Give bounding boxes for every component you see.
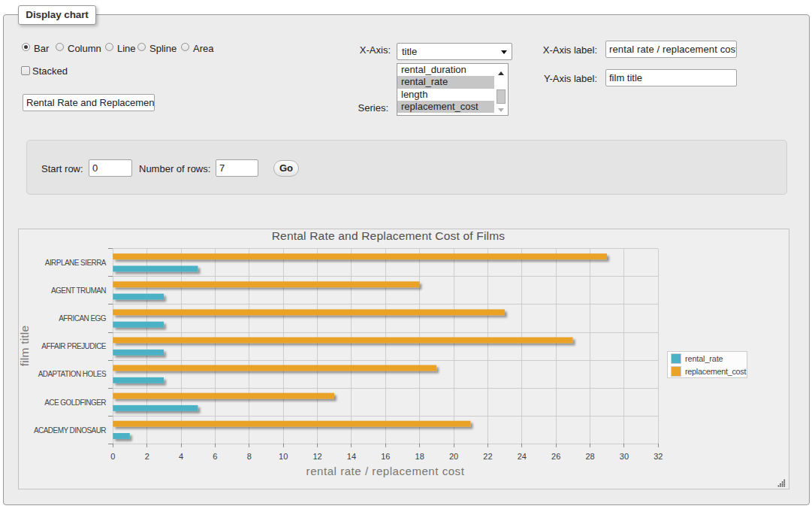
svg-text:10: 10 (279, 452, 288, 461)
svg-text:ADAPTATION HOLES: ADAPTATION HOLES (38, 370, 107, 378)
svg-text:AFFAIR PREJUDICE: AFFAIR PREJUDICE (41, 342, 107, 350)
svg-text:ACE GOLDFINGER: ACE GOLDFINGER (44, 398, 106, 407)
svg-text:26: 26 (551, 452, 560, 461)
svg-text:6: 6 (213, 452, 217, 461)
svg-text:30: 30 (620, 452, 629, 461)
svg-text:rental rate / replacement cost: rental rate / replacement cost (306, 465, 465, 477)
svg-text:32: 32 (654, 452, 663, 461)
svg-text:rental_rate: rental_rate (685, 354, 723, 363)
svg-text:8: 8 (247, 452, 252, 461)
svg-text:AGENT TRUMAN: AGENT TRUMAN (51, 286, 106, 295)
svg-text:2: 2 (145, 452, 149, 461)
svg-text:replacement_cost: replacement_cost (685, 367, 746, 376)
svg-text:4: 4 (179, 452, 183, 461)
svg-text:20: 20 (449, 452, 458, 461)
svg-text:12: 12 (312, 452, 321, 461)
svg-text:14: 14 (347, 452, 356, 461)
svg-text:24: 24 (518, 452, 527, 461)
svg-text:AFRICAN EGG: AFRICAN EGG (59, 314, 107, 323)
svg-text:film title: film title (18, 326, 31, 367)
svg-text:AIRPLANE SIERRA: AIRPLANE SIERRA (45, 259, 107, 267)
svg-text:16: 16 (381, 452, 390, 461)
svg-text:0: 0 (110, 452, 115, 461)
svg-text:Rental Rate and Replacement Co: Rental Rate and Replacement Cost of Film… (272, 229, 506, 242)
svg-text:22: 22 (483, 452, 492, 461)
svg-text:ACADEMY DINOSAUR: ACADEMY DINOSAUR (34, 426, 106, 435)
svg-text:18: 18 (415, 452, 424, 461)
svg-text:28: 28 (585, 452, 594, 461)
